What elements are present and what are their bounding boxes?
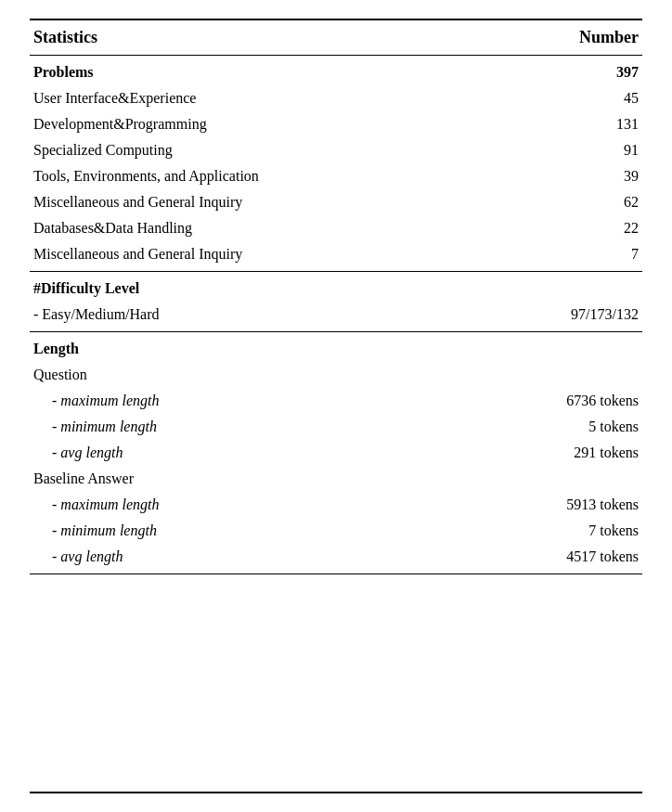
length-title-row: Length <box>30 336 642 362</box>
baseline-row-label-1: - minimum length <box>33 522 527 539</box>
problems-row-value-7: 7 <box>527 246 639 263</box>
problems-row-value-0: 397 <box>527 64 639 81</box>
question-label: Question <box>33 367 639 383</box>
difficulty-row-value: 97/173/132 <box>527 306 639 323</box>
table-header: Statistics Number <box>30 20 642 56</box>
problems-row-label-7: Miscellaneous and General Inquiry <box>33 246 527 263</box>
problems-row-value-2: 131 <box>527 116 639 133</box>
baseline-row-0: - maximum length5913 tokens <box>30 492 642 518</box>
baseline-row-2: - avg length4517 tokens <box>30 544 642 570</box>
question-label-row: Question <box>30 362 642 388</box>
difficulty-title-label: #Difficulty Level <box>33 280 639 297</box>
question-row-label-1: - minimum length <box>33 419 527 435</box>
baseline-row-value-2: 4517 tokens <box>527 548 639 565</box>
problems-row-label-4: Tools, Environments, and Application <box>33 168 527 185</box>
question-row-value-1: 5 tokens <box>527 419 639 435</box>
question-row-label-2: - avg length <box>33 445 527 461</box>
problems-row-value-4: 39 <box>527 168 639 185</box>
problems-row-2: Development&Programming131 <box>30 111 642 137</box>
difficulty-title-row: #Difficulty Level <box>30 276 642 302</box>
baseline-row-value-1: 7 tokens <box>527 522 639 539</box>
question-row-0: - maximum length6736 tokens <box>30 388 642 414</box>
baseline-row-value-0: 5913 tokens <box>527 496 639 513</box>
length-section: Length Question - maximum length6736 tok… <box>30 332 642 574</box>
problems-row-label-1: User Interface&Experience <box>33 90 527 107</box>
problems-row-label-0: Problems <box>33 64 527 81</box>
baseline-label: Baseline Answer <box>33 470 639 487</box>
problems-row-value-3: 91 <box>527 142 639 159</box>
problems-row-6: Databases&Data Handling22 <box>30 215 642 241</box>
question-row-1: - minimum length5 tokens <box>30 414 642 440</box>
problems-row-label-6: Databases&Data Handling <box>33 220 527 237</box>
statistics-table: Statistics Number Problems397User Interf… <box>30 19 642 793</box>
question-row-2: - avg length291 tokens <box>30 440 642 466</box>
problems-row-value-1: 45 <box>527 90 639 107</box>
question-row-value-2: 291 tokens <box>527 445 639 461</box>
baseline-rows-container: - maximum length5913 tokens- minimum len… <box>30 492 642 570</box>
problems-row-0: Problems397 <box>30 59 642 85</box>
problems-row-4: Tools, Environments, and Application39 <box>30 163 642 189</box>
difficulty-row-label: - Easy/Medium/Hard <box>33 306 527 323</box>
baseline-row-label-2: - avg length <box>33 548 527 565</box>
problems-row-value-6: 22 <box>527 220 639 237</box>
problems-section: Problems397User Interface&Experience45De… <box>30 56 642 272</box>
question-row-value-0: 6736 tokens <box>527 393 639 409</box>
baseline-row-label-0: - maximum length <box>33 496 527 513</box>
problems-row-3: Specialized Computing91 <box>30 137 642 163</box>
difficulty-section: #Difficulty Level - Easy/Medium/Hard 97/… <box>30 272 642 332</box>
problems-row-label-5: Miscellaneous and General Inquiry <box>33 194 527 211</box>
problems-row-1: User Interface&Experience45 <box>30 85 642 111</box>
problems-row-5: Miscellaneous and General Inquiry62 <box>30 189 642 215</box>
problems-row-label-3: Specialized Computing <box>33 142 527 159</box>
statistics-heading: Statistics <box>33 28 97 47</box>
problems-row-7: Miscellaneous and General Inquiry7 <box>30 241 642 267</box>
length-title-label: Length <box>33 341 639 357</box>
question-row-label-0: - maximum length <box>33 393 527 409</box>
question-rows-container: - maximum length6736 tokens- minimum len… <box>30 388 642 466</box>
problems-row-value-5: 62 <box>527 194 639 211</box>
baseline-row-1: - minimum length7 tokens <box>30 518 642 544</box>
number-heading: Number <box>579 28 639 47</box>
difficulty-value-row: - Easy/Medium/Hard 97/173/132 <box>30 302 642 328</box>
baseline-label-row: Baseline Answer <box>30 466 642 492</box>
problems-row-label-2: Development&Programming <box>33 116 527 133</box>
